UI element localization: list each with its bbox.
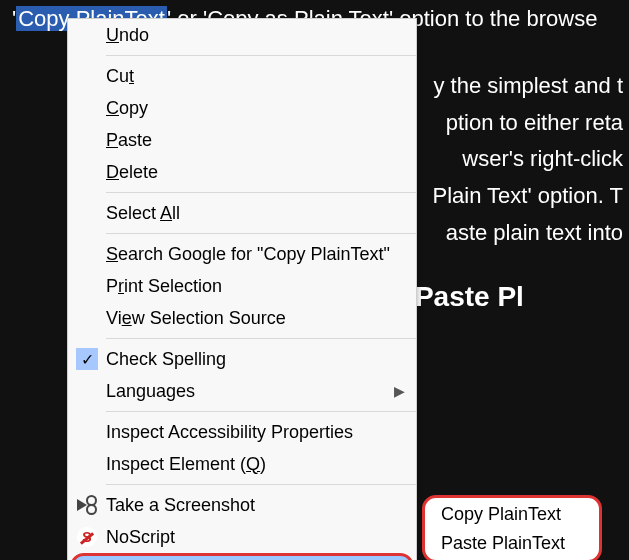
context-menu: Undo Cut Copy Paste Delete Select All Se… (67, 18, 417, 560)
menu-separator (106, 338, 416, 339)
menu-item-label: Check Spelling (106, 349, 404, 370)
menu-separator (106, 55, 416, 56)
menu-item-copy[interactable]: Copy (68, 92, 416, 124)
menu-item-label: Inspect Element (Q) (106, 454, 404, 475)
menu-item-languages[interactable]: Languages ▶ (68, 375, 416, 407)
menu-item-undo[interactable]: Undo (68, 19, 416, 51)
noscript-icon: S (77, 527, 97, 547)
menu-item-delete[interactable]: Delete (68, 156, 416, 188)
menu-separator (106, 233, 416, 234)
menu-item-label: Cut (106, 66, 404, 87)
menu-separator (106, 484, 416, 485)
menu-item-select-all[interactable]: Select All (68, 197, 416, 229)
menu-separator (106, 192, 416, 193)
menu-item-check-spelling[interactable]: Check Spelling (68, 343, 416, 375)
menu-item-noscript[interactable]: S NoScript (68, 521, 416, 553)
menu-item-label: Search Google for "Copy PlainText" (106, 244, 404, 265)
menu-item-label: Copy (106, 98, 404, 119)
menu-item-label: Languages (106, 381, 394, 402)
scissors-icon (77, 495, 97, 515)
menu-item-label: NoScript (106, 527, 404, 548)
menu-item-search-google[interactable]: Search Google for "Copy PlainText" (68, 238, 416, 270)
menu-item-label: Inspect Accessibility Properties (106, 422, 404, 443)
menu-item-label: Take a Screenshot (106, 495, 404, 516)
menu-item-label: Print Selection (106, 276, 404, 297)
menu-item-label: View Selection Source (106, 308, 404, 329)
menu-item-label: Select All (106, 203, 404, 224)
menu-item-take-screenshot[interactable]: Take a Screenshot (68, 489, 416, 521)
menu-item-print-selection[interactable]: Print Selection (68, 270, 416, 302)
menu-item-cut[interactable]: Cut (68, 60, 416, 92)
submenu-arrow-icon: ▶ (394, 383, 404, 399)
menu-item-label: Delete (106, 162, 404, 183)
menu-item-inspect-accessibility[interactable]: Inspect Accessibility Properties (68, 416, 416, 448)
menu-item-copy-plaintext[interactable]: Copy PlainText ▶ (70, 553, 414, 560)
menu-item-view-selection-source[interactable]: View Selection Source (68, 302, 416, 334)
submenu-item-copy-plaintext[interactable]: Copy PlainText (425, 500, 599, 529)
copy-plaintext-submenu: Copy PlainText Paste PlainText (422, 495, 602, 560)
checkmark-icon (68, 343, 106, 375)
menu-item-paste[interactable]: Paste (68, 124, 416, 156)
menu-separator (106, 411, 416, 412)
menu-item-label: Paste (106, 130, 404, 151)
menu-item-label: Undo (106, 25, 404, 46)
submenu-item-paste-plaintext[interactable]: Paste PlainText (425, 529, 599, 558)
menu-item-inspect-element[interactable]: Inspect Element (Q) (68, 448, 416, 480)
